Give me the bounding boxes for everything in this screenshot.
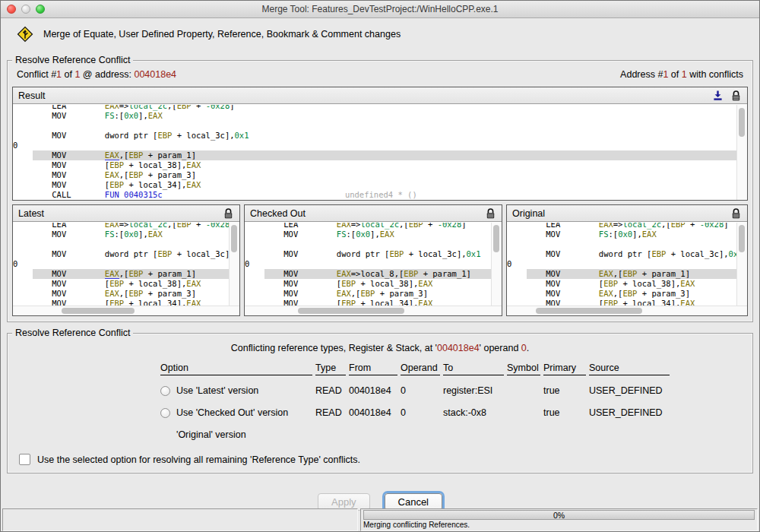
code-line[interactable]: MOV dword ptr [EBP + local_3c],0x1: [13, 131, 737, 141]
minimize-icon[interactable]: [21, 5, 30, 14]
original-vertical-scrollbar[interactable]: [736, 223, 747, 306]
code-line[interactable]: 0: [13, 259, 230, 269]
option-radio[interactable]: [160, 408, 170, 418]
go-to-bottom-icon[interactable]: [712, 90, 724, 102]
code-line[interactable]: CALL FUN 0040315c undefined4 * (): [13, 190, 737, 200]
code-line[interactable]: MOV FS:[0x0],EAX: [13, 111, 737, 121]
status-right-panel: 0% Merging conflicting References.: [360, 508, 758, 531]
conflict-message: Conflicting reference types, Register & …: [12, 343, 748, 353]
scrollbar-thumb[interactable]: [298, 308, 404, 314]
code-line[interactable]: MOV EAX,[EBP + param_1]: [13, 150, 737, 160]
conflict-row: 'Original' version: [160, 428, 748, 442]
status-bar: 0% Merging conflicting References.: [1, 508, 759, 531]
checked-out-listing[interactable]: LEA EAX=>local_2c,[EBP + -0x28] MOV FS:[…: [245, 222, 502, 306]
scrollbar-thumb[interactable]: [493, 225, 499, 252]
cell-from: 004018e4: [349, 385, 397, 396]
cell-source: USER_DEFINED: [589, 385, 670, 396]
scrollbar-thumb[interactable]: [231, 225, 237, 252]
original-panel-title: Original: [512, 208, 545, 219]
result-listing[interactable]: LEA EAX=>local_2c,[EBP + -0x28] MOV FS:[…: [13, 104, 747, 200]
status-message: Merging conflicting References.: [363, 520, 755, 530]
code-line[interactable]: MOV FS:[0x0],EAX: [507, 230, 737, 239]
code-line[interactable]: MOV [EBP + local_34],EAX: [13, 299, 230, 306]
code-line[interactable]: MOV EAX,[EBP + param_3]: [507, 289, 737, 299]
result-vertical-scrollbar[interactable]: [736, 105, 747, 200]
window-title: Merge Tool: Features_DevTestProject:/Win…: [261, 4, 498, 14]
code-line[interactable]: 0: [507, 259, 737, 269]
scrollbar-thumb[interactable]: [739, 108, 745, 137]
apply-to-all-label: Use the selected option for resolving al…: [37, 454, 360, 465]
latest-vertical-scrollbar[interactable]: [229, 223, 239, 306]
code-line[interactable]: LEA EAX=>local_2c,[EBP + -0x28]: [245, 222, 492, 230]
code-line[interactable]: MOV [EBP + local_38],EAX: [13, 279, 230, 289]
conflict-option-table: OptionTypeFromOperandToSymbolPrimarySour…: [160, 363, 748, 442]
code-line[interactable]: LEA EAX=>local_2c,[EBP + -0x28]: [13, 222, 230, 230]
latest-panel-title: Latest: [18, 208, 44, 219]
code-line[interactable]: MOV [EBP + local_38],EAX: [245, 279, 492, 289]
code-line[interactable]: LEA EAX=>local_2c,[EBP + -0x28]: [507, 222, 737, 230]
code-line[interactable]: [245, 239, 492, 249]
code-line[interactable]: MOV EAX,[EBP + param_3]: [13, 289, 230, 299]
table-header-row: OptionTypeFromOperandToSymbolPrimarySour…: [160, 363, 748, 375]
cell-operand: 0: [401, 407, 440, 418]
code-line[interactable]: [13, 239, 230, 249]
code-line[interactable]: MOV [EBP + local_34],EAX: [507, 299, 737, 306]
code-line[interactable]: MOV [EBP + local_38],EAX: [13, 160, 737, 170]
conflict-row: Use 'Checked Out' versionREAD004018e40st…: [160, 406, 748, 420]
code-line[interactable]: [13, 121, 737, 131]
scrollbar-thumb[interactable]: [536, 308, 642, 314]
original-panel: Original LEA EAX=>local_2c,[EBP + -0x28]…: [506, 204, 748, 316]
column-header: Source: [589, 363, 670, 375]
result-panel-header: Result: [13, 87, 747, 104]
cell-type: READ: [315, 407, 346, 418]
titlebar[interactable]: Merge Tool: Features_DevTestProject:/Win…: [1, 1, 759, 18]
checked-out-panel-title: Checked Out: [250, 208, 306, 219]
checked-out-panel: Checked Out LEA EAX=>local_2c,[EBP + -0x…: [244, 204, 502, 316]
code-line[interactable]: MOV EAX,[EBP + param_3]: [13, 170, 737, 180]
original-panel-header: Original: [507, 205, 747, 222]
code-line[interactable]: MOV [EBP + local_38],EAX: [507, 279, 737, 289]
code-line[interactable]: MOV dword ptr [EBP + local_3c],0x1: [245, 249, 492, 259]
code-line[interactable]: MOV EAX,[EBP + param_1]: [13, 269, 230, 279]
code-line[interactable]: 0: [13, 141, 737, 150]
merge-tool-window: Merge Tool: Features_DevTestProject:/Win…: [0, 0, 760, 532]
column-header: Symbol: [507, 363, 540, 375]
code-line[interactable]: MOV [EBP + local_34],EAX: [245, 299, 492, 306]
checked-out-horizontal-scrollbar[interactable]: [245, 306, 502, 315]
status-left-panel: [2, 508, 358, 531]
cell-to: stack:-0x8: [443, 407, 504, 418]
code-line[interactable]: MOV [EBP + local_34],EAX: [13, 180, 737, 190]
cell-primary: true: [543, 407, 586, 418]
scrollbar-thumb[interactable]: [739, 225, 745, 252]
lock-icon[interactable]: [730, 90, 742, 102]
apply-to-all-checkbox[interactable]: [19, 454, 30, 465]
option-radio[interactable]: [160, 386, 170, 396]
column-header: Option: [160, 363, 312, 375]
checked-out-panel-header: Checked Out: [245, 205, 502, 222]
column-header: Operand: [401, 363, 440, 375]
code-line[interactable]: MOV dword ptr [EBP + local_3c],0x1: [13, 249, 230, 259]
banner-text: Merge of Equate, User Defined Property, …: [43, 29, 401, 40]
checked-out-vertical-scrollbar[interactable]: [491, 223, 502, 306]
code-line[interactable]: MOV EAX=>local_8,[EBP + param_1]: [245, 269, 492, 279]
code-line[interactable]: MOV FS:[0x0],EAX: [13, 230, 230, 239]
original-listing[interactable]: LEA EAX=>local_2c,[EBP + -0x28] MOV FS:[…: [507, 222, 747, 306]
code-line[interactable]: [507, 239, 737, 249]
latest-horizontal-scrollbar[interactable]: [13, 306, 239, 315]
zoom-icon[interactable]: [36, 5, 45, 14]
lock-icon[interactable]: [223, 207, 234, 220]
cell-primary: true: [543, 385, 586, 396]
code-line[interactable]: MOV EAX,[EBP + param_1]: [507, 269, 737, 279]
code-line[interactable]: LEA EAX=>local_2c,[EBP + -0x28]: [13, 104, 737, 111]
close-icon[interactable]: [7, 5, 16, 14]
latest-listing[interactable]: LEA EAX=>local_2c,[EBP + -0x28] MOV FS:[…: [13, 222, 239, 306]
lock-icon[interactable]: [485, 207, 496, 220]
scrollbar-thumb[interactable]: [62, 308, 135, 314]
original-horizontal-scrollbar[interactable]: [507, 306, 747, 315]
code-line[interactable]: MOV FS:[0x0],EAX: [245, 230, 492, 239]
code-line[interactable]: MOV EAX,[EBP + param_3]: [245, 289, 492, 299]
lock-icon[interactable]: [730, 207, 742, 220]
code-line[interactable]: MOV dword ptr [EBP + local_3c],0x1: [507, 249, 737, 259]
code-line[interactable]: 0: [245, 259, 492, 269]
cell-from: 004018e4: [349, 407, 397, 418]
